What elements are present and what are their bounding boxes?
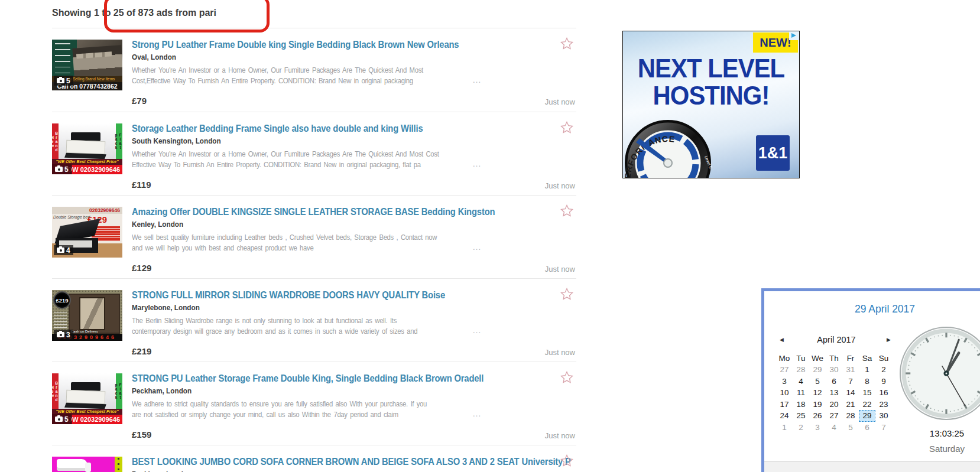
calendar-day[interactable]: 30	[826, 364, 842, 376]
calendar-next-button[interactable]: ▶	[887, 337, 891, 343]
calendar-day[interactable]: 3	[809, 422, 826, 434]
ad-thumbnail[interactable]: Only Selling Brand New ItemsCall on 0778…	[52, 40, 122, 90]
calendar-day[interactable]: 22	[859, 399, 875, 411]
calendar-day[interactable]: 30	[875, 410, 892, 422]
calendar-day-header: Sa	[859, 354, 875, 363]
favorite-star-icon[interactable]	[560, 287, 574, 301]
calendar-day[interactable]: 20	[826, 399, 842, 411]
calendar-day[interactable]: 4	[826, 422, 842, 434]
calendar-day[interactable]: 26	[809, 410, 826, 422]
favorite-star-icon[interactable]	[560, 204, 574, 218]
calendar-day[interactable]: 12	[809, 387, 826, 399]
calendar-day[interactable]: 5	[842, 422, 859, 434]
description-ellipsis[interactable]: …	[472, 74, 482, 84]
calendar-day[interactable]: 17	[776, 399, 793, 411]
calendar-day[interactable]: 25	[793, 410, 809, 422]
ad-price: £129	[132, 263, 151, 273]
ad-title-link[interactable]: STRONG PU Leather Storage Frame Double K…	[132, 373, 574, 385]
calendar-day-headers: MoTuWeThFrSaSu	[776, 354, 897, 363]
calendar-day[interactable]: 28	[842, 410, 859, 422]
calendar-day-header: We	[809, 354, 826, 363]
calendar-day[interactable]: 1	[859, 364, 875, 376]
ad-title-link[interactable]: Storage Leather Bedding Frame Single als…	[132, 123, 574, 135]
calendar-day[interactable]: 8	[859, 376, 875, 388]
description-ellipsis[interactable]: …	[472, 408, 482, 418]
ad-price: £119	[132, 180, 151, 190]
ad-listing-row: 02032909646Double Storage bed£1294 Amazi…	[52, 195, 576, 278]
ad-title-link[interactable]: BEST LOOKING JUMBO CORD SOFA CORNER BROW…	[132, 456, 574, 468]
calendar-day[interactable]: 15	[859, 387, 875, 399]
calendar-day[interactable]: 31	[842, 364, 859, 376]
ad-title-link[interactable]: STRONG FULL MIRROR SLIDING WARDROBE DOOR…	[132, 289, 574, 301]
ad-description-line1: We adhere to strict quality standards to…	[132, 399, 512, 409]
favorite-star-icon[interactable]	[560, 370, 574, 385]
favorite-star-icon[interactable]	[560, 37, 574, 51]
thumb-right-stripe: Flat pack	[116, 373, 122, 409]
ad-thumbnail[interactable]: £219Cash on Delivery020329096463	[52, 290, 122, 341]
ad-listing-row: £219Cash on Delivery020329096463 STRONG …	[52, 278, 576, 362]
ad-description-line2: Cost,Effective Way To Furnish An Entire …	[132, 76, 512, 86]
photo-count: 5	[64, 165, 69, 174]
ad-description-line2: and we will help you with best and cheap…	[132, 243, 512, 253]
ad-description-line2: are not satisfied or simply change your …	[132, 409, 512, 420]
calendar-day[interactable]: 4	[793, 376, 809, 388]
description-ellipsis[interactable]: …	[472, 325, 482, 335]
calendar-day[interactable]: 24	[776, 410, 793, 422]
ad-price: £219	[132, 346, 151, 356]
calendar-day[interactable]: 27	[826, 410, 842, 422]
calendar-day[interactable]: 19	[809, 399, 826, 411]
results-count-text: Showing 1 to 25 of 873 ads from pari	[52, 0, 545, 19]
calendar-day[interactable]: 29	[809, 364, 826, 376]
description-ellipsis[interactable]: …	[472, 242, 482, 252]
calendar-day[interactable]: 6	[859, 422, 875, 434]
ad-thumbnail[interactable]: 02032909646Double Storage bed£1294	[52, 207, 122, 258]
ad-posted-time: Just now	[545, 97, 575, 106]
thumb-phone-text: 02032909646	[52, 207, 122, 214]
calendar-day-header: Tu	[793, 354, 809, 363]
1and1-logo: 1&1	[756, 135, 790, 171]
calendar-day[interactable]: 14	[842, 387, 859, 399]
ad-posted-time: Just now	[545, 431, 575, 440]
calendar-day[interactable]: 23	[875, 399, 892, 411]
description-ellipsis[interactable]: …	[472, 158, 482, 168]
hosting-ad-banner[interactable]: NEW! NEXT LEVEL HOSTING! PERFORMANCE Lev…	[622, 31, 800, 178]
ad-listing-row: Only Selling Brand New ItemsCall on 0778…	[52, 28, 576, 112]
calendar-day[interactable]: 1	[776, 422, 793, 434]
ad-thumbnail[interactable]: Brand NewFlat pack"WE Offer Best Cheapes…	[52, 373, 122, 424]
calendar-day[interactable]: 16	[875, 387, 892, 399]
panel-footer	[764, 461, 980, 472]
favorite-star-icon[interactable]	[560, 454, 574, 468]
calendar-day[interactable]: 28	[793, 364, 809, 376]
digital-time: 13:03:25	[900, 428, 980, 438]
ad-price: £159	[132, 429, 151, 440]
calendar-day[interactable]: 3	[776, 376, 793, 388]
ad-title-link[interactable]: Strong PU Leather Frame Double king Sing…	[132, 39, 574, 51]
calendar-month-label[interactable]: April 2017	[817, 335, 855, 344]
calendar-day[interactable]: 27	[776, 364, 793, 376]
calendar-day-selected[interactable]: 29	[859, 410, 875, 422]
favorite-star-icon[interactable]	[560, 121, 574, 135]
calendar-day[interactable]: 18	[793, 399, 809, 411]
ad-thumbnail[interactable]: Right Now!	[52, 457, 122, 472]
ad-location: Oval, London	[132, 53, 176, 61]
calendar-day[interactable]: 7	[842, 376, 859, 388]
calendar-day[interactable]: 10	[776, 387, 793, 399]
weekday-label: Saturday	[900, 444, 980, 454]
calendar-day[interactable]: 11	[793, 387, 809, 399]
calendar-day[interactable]: 9	[875, 376, 892, 388]
ad-title-link[interactable]: Amazing Offer DOUBLE KINGSIZE SINGLE LEA…	[132, 206, 574, 218]
calendar-prev-button[interactable]: ◀	[780, 337, 784, 343]
adchoices-icon[interactable]	[789, 31, 799, 40]
calendar-day[interactable]: 6	[826, 376, 842, 388]
ad-description-line1: Whether You're An Investor or a Home Own…	[132, 65, 512, 76]
camera-icon	[55, 416, 63, 422]
ad-thumbnail[interactable]: Brand NewFlat pack"WE Offer Best Cheapes…	[52, 123, 122, 174]
calendar-day[interactable]: 2	[793, 422, 809, 434]
calendar-day[interactable]: 2	[875, 364, 892, 376]
calendar-day[interactable]: 5	[809, 376, 826, 388]
ad-posted-time: Just now	[545, 181, 575, 190]
calendar-day[interactable]: 7	[875, 422, 892, 434]
calendar-day[interactable]: 13	[826, 387, 842, 399]
photo-count-badge: 3	[54, 330, 73, 340]
calendar-day[interactable]: 21	[842, 399, 859, 411]
